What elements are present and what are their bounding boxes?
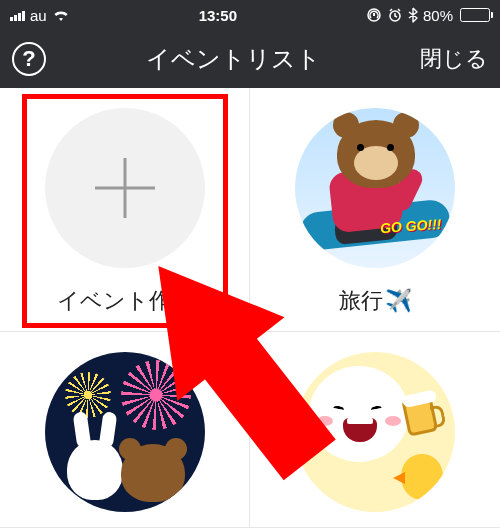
event-thumb-travel: GO GO!!! bbox=[295, 108, 455, 268]
rotation-lock-icon bbox=[366, 7, 382, 23]
event-thumb-drinks bbox=[295, 352, 455, 512]
nav-bar: ? イベントリスト 閉じる bbox=[0, 30, 500, 88]
plus-icon bbox=[95, 158, 155, 218]
statusbar-left: au bbox=[10, 7, 70, 24]
page-title: イベントリスト bbox=[46, 43, 420, 75]
wifi-icon bbox=[52, 8, 70, 22]
event-thumb-fireworks bbox=[45, 352, 205, 512]
airplane-icon: ✈️ bbox=[385, 288, 412, 313]
statusbar-right: 80% bbox=[366, 7, 490, 24]
alarm-icon bbox=[387, 7, 403, 23]
create-event-cell[interactable]: イベント作成 bbox=[0, 88, 250, 332]
create-event-thumb bbox=[45, 108, 205, 268]
event-label-travel: 旅行✈️ bbox=[339, 286, 412, 316]
battery-icon bbox=[460, 8, 490, 22]
close-button[interactable]: 閉じる bbox=[420, 44, 488, 74]
battery-percent: 80% bbox=[423, 7, 453, 24]
event-grid: イベント作成 GO GO!!! 旅行✈️ bbox=[0, 88, 500, 528]
event-cell-drinks[interactable] bbox=[250, 332, 500, 528]
help-icon: ? bbox=[22, 46, 35, 72]
svg-rect-1 bbox=[373, 13, 375, 16]
signal-icon bbox=[10, 9, 25, 21]
bluetooth-icon bbox=[408, 7, 418, 23]
carrier-label: au bbox=[30, 7, 47, 24]
status-bar: au 13:50 80% bbox=[0, 0, 500, 30]
event-cell-travel[interactable]: GO GO!!! 旅行✈️ bbox=[250, 88, 500, 332]
event-cell-fireworks[interactable] bbox=[0, 332, 250, 528]
help-button[interactable]: ? bbox=[12, 42, 46, 76]
create-event-label: イベント作成 bbox=[57, 286, 193, 316]
statusbar-time: 13:50 bbox=[70, 7, 366, 24]
